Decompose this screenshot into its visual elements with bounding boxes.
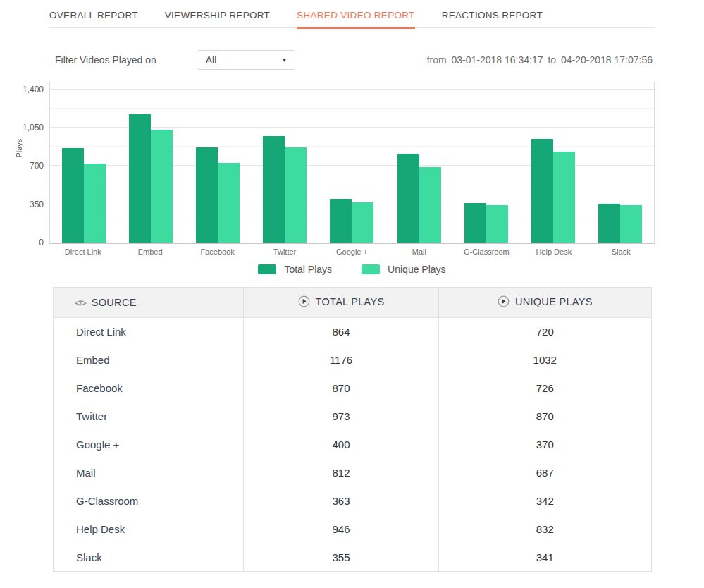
x-axis-label: Facebook bbox=[184, 247, 251, 256]
bar-unique-plays bbox=[553, 152, 575, 243]
bar-group bbox=[184, 147, 251, 243]
cell-total-plays: 870 bbox=[244, 374, 438, 403]
bar-groups bbox=[50, 82, 654, 243]
cell-unique-plays: 341 bbox=[438, 544, 651, 572]
cell-source: Embed bbox=[54, 346, 244, 374]
filter-row: Filter Videos Played on All ▾ from 03-01… bbox=[49, 50, 655, 70]
legend-item: Total Plays bbox=[258, 264, 332, 275]
column-header-source-label: SOURCE bbox=[92, 297, 137, 308]
bar-total-plays bbox=[62, 148, 84, 243]
bar-total-plays bbox=[196, 147, 218, 243]
x-axis-label: Help Desk bbox=[520, 247, 587, 256]
cell-source: G-Classroom bbox=[54, 487, 244, 515]
x-axis-label: Mail bbox=[385, 247, 452, 256]
cell-unique-plays: 832 bbox=[438, 515, 651, 544]
x-axis-labels: Direct LinkEmbedFacebookTwitterGoogle +M… bbox=[49, 247, 655, 256]
y-tick-label: 0 bbox=[39, 238, 44, 247]
date-to-label: to bbox=[548, 54, 556, 66]
chart-legend: Total PlaysUnique Plays bbox=[49, 264, 655, 275]
cell-unique-plays: 370 bbox=[438, 431, 651, 459]
bar-total-plays bbox=[531, 139, 553, 243]
bar-group bbox=[319, 199, 385, 243]
bar-unique-plays bbox=[218, 163, 240, 243]
code-icon: </> bbox=[75, 298, 86, 308]
bar-group bbox=[50, 148, 117, 243]
bar-unique-plays bbox=[486, 205, 508, 243]
cell-total-plays: 400 bbox=[244, 431, 438, 459]
play-circle-icon bbox=[498, 295, 510, 307]
cell-unique-plays: 1032 bbox=[438, 346, 651, 374]
chart-plot: Plays 03507001,0501,400 bbox=[49, 82, 655, 244]
cell-total-plays: 864 bbox=[244, 318, 438, 346]
y-tick-label: 700 bbox=[30, 161, 44, 171]
bar-unique-plays bbox=[419, 167, 441, 243]
cell-unique-plays: 342 bbox=[438, 487, 651, 515]
x-axis-label: G-Classroom bbox=[453, 247, 520, 256]
cell-source: Mail bbox=[54, 459, 244, 487]
bar-group bbox=[252, 136, 319, 243]
shared-video-table: </> SOURCE TOTAL PLAYS bbox=[53, 287, 652, 572]
bar-unique-plays bbox=[84, 164, 106, 243]
y-tick-label: 1,050 bbox=[23, 123, 44, 133]
column-header-total-plays: TOTAL PLAYS bbox=[244, 288, 438, 318]
bar-total-plays bbox=[330, 199, 352, 243]
report-tabbar: OVERALL REPORT VIEWERSHIP REPORT SHARED … bbox=[49, 0, 655, 28]
page-content: OVERALL REPORT VIEWERSHIP REPORT SHARED … bbox=[49, 0, 655, 572]
play-circle-icon bbox=[298, 295, 310, 307]
x-axis-label: Direct Link bbox=[49, 247, 116, 256]
y-tick-label: 1,400 bbox=[23, 85, 44, 94]
table-row: G-Classroom363342 bbox=[54, 487, 652, 515]
cell-source: Direct Link bbox=[54, 318, 244, 346]
table-row: Twitter973870 bbox=[54, 403, 652, 431]
cell-total-plays: 973 bbox=[244, 403, 438, 431]
tab-viewership-report[interactable]: VIEWERSHIP REPORT bbox=[165, 10, 270, 29]
filter-dropdown[interactable]: All ▾ bbox=[197, 50, 295, 70]
plays-bar-chart: Plays 03507001,0501,400 Direct LinkEmbed… bbox=[49, 82, 655, 275]
cell-unique-plays: 687 bbox=[438, 459, 651, 487]
table-row: Google +400370 bbox=[54, 431, 652, 459]
table-header: </> SOURCE TOTAL PLAYS bbox=[54, 288, 652, 318]
legend-item: Unique Plays bbox=[362, 264, 446, 275]
bar-total-plays bbox=[598, 204, 620, 243]
bar-total-plays bbox=[263, 136, 285, 243]
x-axis-label: Google + bbox=[319, 247, 385, 256]
cell-unique-plays: 870 bbox=[438, 403, 651, 431]
legend-label: Total Plays bbox=[284, 264, 332, 275]
cell-total-plays: 812 bbox=[244, 459, 438, 487]
cell-total-plays: 355 bbox=[244, 544, 438, 572]
bar-unique-plays bbox=[620, 205, 642, 243]
date-range: from 03-01-2018 16:34:17 to 04-20-2018 1… bbox=[427, 54, 655, 66]
legend-swatch bbox=[258, 264, 276, 274]
bar-total-plays bbox=[397, 154, 419, 243]
column-header-total-plays-label: TOTAL PLAYS bbox=[316, 296, 385, 307]
bar-unique-plays bbox=[285, 147, 307, 243]
bar-group bbox=[117, 114, 184, 243]
cell-source: Slack bbox=[54, 544, 244, 572]
y-axis-title: Plays bbox=[15, 138, 23, 157]
column-header-unique-plays: UNIQUE PLAYS bbox=[438, 288, 651, 318]
cell-source: Google + bbox=[54, 431, 244, 459]
bar-group bbox=[520, 139, 587, 243]
cell-source: Help Desk bbox=[54, 515, 244, 544]
bar-group bbox=[452, 203, 519, 243]
table-body: Direct Link864720Embed11761032Facebook87… bbox=[54, 318, 652, 572]
bar-unique-plays bbox=[352, 202, 373, 243]
filter-dropdown-value: All bbox=[206, 54, 217, 66]
bar-unique-plays bbox=[151, 130, 173, 243]
y-tick-label: 350 bbox=[30, 200, 44, 209]
date-to-value: 04-20-2018 17:07:56 bbox=[561, 54, 653, 66]
column-header-unique-plays-label: UNIQUE PLAYS bbox=[515, 296, 593, 307]
cell-unique-plays: 720 bbox=[438, 318, 651, 346]
cell-total-plays: 1176 bbox=[244, 346, 438, 374]
cell-unique-plays: 726 bbox=[438, 374, 651, 403]
table-row: Slack355341 bbox=[54, 544, 652, 572]
date-from-label: from bbox=[427, 54, 447, 66]
bar-group bbox=[587, 204, 654, 243]
tab-shared-video-report[interactable]: SHARED VIDEO REPORT bbox=[297, 10, 414, 29]
tab-overall-report[interactable]: OVERALL REPORT bbox=[49, 10, 138, 29]
bar-total-plays bbox=[464, 203, 486, 243]
table-row: Embed11761032 bbox=[54, 346, 652, 374]
table-row: Facebook870726 bbox=[54, 374, 652, 403]
tab-reactions-report[interactable]: REACTIONS REPORT bbox=[442, 10, 543, 29]
x-axis-label: Twitter bbox=[251, 247, 318, 256]
